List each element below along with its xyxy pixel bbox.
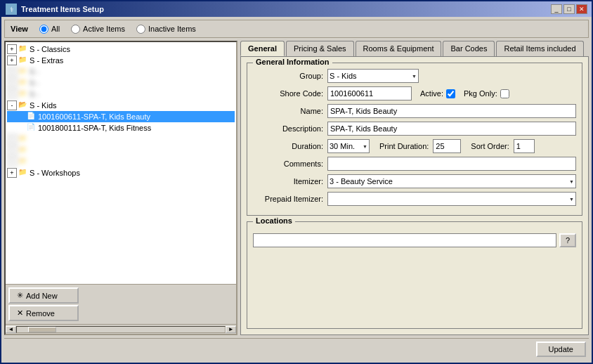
active-checkbox[interactable]	[446, 89, 455, 98]
tree-item-s6[interactable]: + 📁	[7, 134, 235, 145]
tab-content: General Information Group: S - Kids	[240, 56, 589, 335]
expand-s6[interactable]: +	[7, 134, 17, 144]
active-group: Active:	[420, 89, 455, 98]
folder-icon-classics: 📁	[18, 44, 28, 54]
print-duration-input[interactable]	[433, 139, 461, 153]
tree-label-kids: S - Kids	[30, 101, 57, 110]
tree-item-workshops[interactable]: + 📁 S - Workshops	[7, 167, 235, 178]
expand-workshops[interactable]: +	[7, 168, 17, 178]
comments-row: Comments:	[253, 157, 576, 171]
expand-classics[interactable]: +	[7, 44, 17, 54]
radio-active-label: Active Items	[83, 25, 125, 33]
tree-label-item1: 1001600611-SPA-T, Kids Beauty	[38, 112, 150, 121]
question-label: ?	[566, 236, 570, 245]
tree-item-item2[interactable]: 📄 1001800111-SPA-T, Kids Fitness	[7, 122, 235, 134]
sort-order-input[interactable]	[514, 139, 535, 153]
tree-item-s8[interactable]: + 📁	[7, 156, 235, 167]
pkg-only-group: Pkg Only:	[464, 89, 509, 98]
scroll-left-btn[interactable]: ◄	[6, 326, 16, 333]
tab-rooms-equipment[interactable]: Rooms & Equipment	[356, 41, 442, 56]
radio-all-input[interactable]	[39, 25, 48, 34]
comments-input[interactable]	[327, 157, 576, 171]
locations-group: Locations ?	[247, 221, 582, 329]
scroll-track[interactable]	[16, 326, 226, 333]
tab-general[interactable]: General	[240, 41, 285, 56]
group-label: Group:	[253, 72, 323, 80]
description-row: Description:	[253, 122, 576, 136]
minimize-button[interactable]: _	[551, 4, 562, 14]
pkg-only-checkbox[interactable]	[500, 89, 509, 98]
tree-item-extras[interactable]: + 📁 S - Extras	[7, 55, 235, 66]
expand-s8[interactable]: +	[7, 157, 17, 167]
maximize-button[interactable]: □	[563, 4, 575, 14]
folder-icon-s7: 📁	[18, 145, 28, 155]
locations-input-row: ?	[253, 233, 576, 247]
horizontal-scrollbar[interactable]: ◄ ►	[6, 324, 236, 334]
tree-item-kids[interactable]: - 📂 S - Kids	[7, 100, 235, 111]
folder-icon-s6: 📁	[18, 134, 28, 144]
duration-select[interactable]: 30 Min.	[327, 139, 370, 153]
radio-active[interactable]: Active Items	[71, 25, 125, 34]
remove-button[interactable]: ✕ Remove	[8, 305, 79, 321]
prepaid-select-wrapper	[327, 192, 576, 206]
shore-code-row: Shore Code: Active: Pkg Only:	[253, 86, 576, 100]
description-input[interactable]	[327, 122, 576, 136]
shore-code-input[interactable]	[327, 86, 412, 100]
tree-label-classics: S - Classics	[30, 45, 70, 53]
expand-kids[interactable]: -	[7, 100, 17, 110]
comments-label: Comments:	[253, 160, 323, 168]
print-duration-label: Print Duration:	[379, 142, 429, 150]
expand-s3[interactable]: +	[7, 67, 17, 77]
description-label: Description:	[253, 124, 323, 133]
title-bar: ⚕ Treatment Items Setup _ □ ✕	[1, 1, 592, 17]
prepaid-select[interactable]	[327, 192, 576, 206]
tree-label-workshops: S - Workshops	[30, 169, 80, 177]
tree-item-classics[interactable]: + 📁 S - Classics	[7, 44, 235, 55]
radio-all[interactable]: All	[39, 25, 60, 34]
tree-item-item1[interactable]: 📄 1001600611-SPA-T, Kids Beauty	[7, 111, 235, 122]
left-panel: + 📁 S - Classics + 📁 S - Extras + 📁 S -	[4, 41, 237, 335]
title-bar-left: ⚕ Treatment Items Setup	[6, 4, 104, 15]
update-button[interactable]: Update	[536, 342, 586, 357]
scroll-thumb[interactable]	[28, 327, 56, 332]
itemizer-select[interactable]: 3 - Beauty Service	[327, 174, 576, 188]
right-panel: General Pricing & Sales Rooms & Equipmen…	[240, 41, 589, 335]
name-input[interactable]	[327, 104, 576, 118]
radio-inactive-input[interactable]	[136, 25, 145, 34]
expand-s4[interactable]: +	[7, 78, 17, 88]
tree-item-s4[interactable]: + 📁 S -	[7, 77, 235, 89]
tree-container[interactable]: + 📁 S - Classics + 📁 S - Extras + 📁 S -	[6, 42, 236, 284]
expand-extras[interactable]: +	[7, 56, 17, 65]
view-label: View	[11, 25, 28, 33]
locations-question-button[interactable]: ?	[559, 233, 576, 247]
tree-item-s5[interactable]: + 📁 S -	[7, 89, 235, 100]
tab-retail-items[interactable]: Retail Items included	[496, 41, 583, 56]
sort-order-label: Sort Order:	[471, 142, 509, 150]
add-new-button[interactable]: ✳ Add New	[8, 287, 79, 304]
radio-active-input[interactable]	[71, 25, 80, 34]
name-label: Name:	[253, 107, 323, 115]
tree-item-s3[interactable]: + 📁 S -	[7, 66, 235, 77]
group-select[interactable]: S - Kids	[327, 69, 419, 83]
group-row: Group: S - Kids	[253, 69, 576, 83]
close-button[interactable]: ✕	[576, 4, 587, 14]
expand-s5[interactable]: +	[7, 89, 17, 99]
main-area: + 📁 S - Classics + 📁 S - Extras + 📁 S -	[4, 41, 589, 335]
group-select-wrapper: S - Kids	[327, 69, 419, 83]
tab-pricing-sales[interactable]: Pricing & Sales	[286, 41, 354, 56]
add-icon: ✳	[17, 291, 23, 300]
tab-bar-codes[interactable]: Bar Codes	[443, 41, 495, 56]
tree-item-s7[interactable]: + 📁	[7, 145, 235, 156]
prepaid-label: Prepaid Itemizer:	[253, 195, 323, 203]
remove-icon: ✕	[17, 308, 23, 318]
tab-bar: General Pricing & Sales Rooms & Equipmen…	[240, 41, 589, 56]
item-icon-item1: 📄	[27, 112, 37, 122]
scroll-right-btn[interactable]: ►	[226, 326, 236, 333]
expand-s7[interactable]: +	[7, 145, 17, 155]
general-info-group: General Information Group: S - Kids	[247, 63, 582, 216]
folder-icon-extras: 📁	[18, 56, 28, 65]
pkg-only-label: Pkg Only:	[464, 89, 497, 98]
itemizer-row: Itemizer: 3 - Beauty Service	[253, 174, 576, 188]
radio-inactive[interactable]: Inactive Items	[136, 25, 196, 34]
locations-input[interactable]	[253, 233, 556, 247]
